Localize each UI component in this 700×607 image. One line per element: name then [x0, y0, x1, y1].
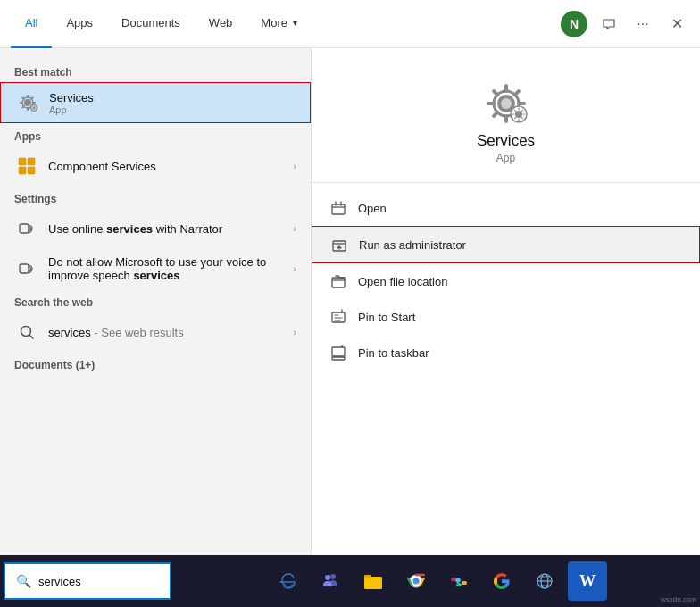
pin-taskbar-action[interactable]: Pin to taskbar [312, 335, 700, 370]
search-icon [14, 320, 39, 345]
taskbar: 🔍 services [0, 555, 700, 607]
tab-all[interactable]: All [11, 0, 52, 48]
web-search-text: services - See web results [48, 326, 293, 339]
web-search-item[interactable]: services - See web results › [0, 312, 311, 352]
tab-documents[interactable]: Documents [107, 0, 195, 48]
svg-rect-5 [28, 158, 35, 165]
edge-icon[interactable] [268, 561, 307, 601]
svg-point-3 [33, 107, 36, 110]
svg-rect-6 [19, 167, 26, 174]
watermark: wsxdn.com [661, 595, 696, 603]
best-match-subtitle: App [49, 104, 296, 115]
feedback-icon[interactable] [596, 12, 621, 37]
chrome-icon[interactable] [396, 561, 436, 601]
run-admin-action[interactable]: Run as administrator [312, 226, 700, 263]
pin-start-action[interactable]: Pin to Start [312, 299, 700, 335]
best-match-label: Best match [0, 59, 311, 82]
open-action[interactable]: Open [312, 190, 700, 226]
app-detail-header: Services App [312, 48, 700, 183]
search-bar[interactable]: 🔍 services [4, 562, 171, 600]
narrator-text: Use online services with Narrator [48, 222, 293, 236]
left-panel: Best match Services App Apps [0, 48, 311, 555]
tab-apps[interactable]: Apps [52, 0, 107, 48]
tab-more[interactable]: More ▾ [246, 0, 312, 48]
open-icon [329, 199, 347, 217]
svg-rect-32 [455, 578, 461, 582]
top-bar: All Apps Documents Web More ▾ N ··· ✕ [0, 0, 700, 48]
more-options-icon[interactable]: ··· [630, 12, 655, 37]
word-icon[interactable]: W [568, 561, 607, 601]
action-list: Open Run as administrator [312, 183, 700, 378]
svg-rect-9 [20, 264, 29, 273]
narrator-icon [14, 216, 39, 241]
svg-point-24 [325, 575, 330, 580]
chevron-right-icon: › [293, 161, 296, 171]
pin-taskbar-icon [329, 344, 347, 362]
location-icon [329, 272, 347, 290]
svg-point-16 [515, 111, 522, 118]
teams-icon[interactable] [311, 561, 350, 601]
narrator-title: Use online services with Narrator [48, 222, 293, 236]
svg-rect-31 [456, 583, 462, 586]
chevron-right-icon-4: › [293, 327, 296, 337]
svg-rect-4 [19, 158, 26, 165]
top-tabs: All Apps Documents Web More ▾ [11, 0, 561, 48]
top-bar-right: N ··· ✕ [561, 11, 689, 37]
speech-icon [14, 256, 39, 281]
tab-web[interactable]: Web [195, 0, 247, 48]
services-icon [15, 90, 40, 115]
component-services-item[interactable]: Component Services › [0, 146, 311, 186]
documents-label: Documents (1+) [0, 352, 311, 375]
speech-title: Do not allow Microsoft to use your voice… [48, 255, 293, 282]
search-icon-taskbar: 🔍 [16, 574, 31, 588]
component-services-text: Component Services [48, 160, 293, 173]
speech-text: Do not allow Microsoft to use your voice… [48, 255, 293, 282]
best-match-text: Services App [49, 91, 296, 115]
svg-rect-33 [462, 581, 467, 585]
main-container: Best match Services App Apps [0, 48, 700, 555]
chevron-down-icon: ▾ [293, 18, 297, 28]
svg-rect-8 [20, 224, 29, 233]
app-icon-large [478, 75, 535, 132]
svg-point-13 [501, 98, 512, 109]
apps-label: Apps [0, 123, 311, 146]
right-panel: Services App Open [311, 48, 700, 555]
app-name: Services [477, 132, 535, 150]
app-type: App [496, 152, 515, 164]
admin-icon [330, 236, 348, 254]
best-match-title: Services [49, 91, 296, 104]
svg-point-28 [413, 578, 420, 585]
explorer-icon[interactable] [354, 561, 393, 601]
svg-line-11 [29, 335, 33, 338]
narrator-item[interactable]: Use online services with Narrator › [0, 209, 311, 248]
google-icon[interactable] [482, 561, 521, 601]
chevron-right-icon-2: › [293, 223, 296, 234]
svg-rect-22 [332, 357, 345, 360]
svg-rect-19 [332, 278, 345, 287]
svg-rect-26 [364, 575, 371, 578]
chevron-right-icon-3: › [293, 263, 296, 274]
taskbar-icons: W [179, 561, 696, 601]
open-location-action[interactable]: Open file location [312, 263, 700, 299]
close-icon[interactable]: ✕ [664, 12, 689, 37]
web-search-title: services - See web results [48, 326, 293, 339]
svg-rect-17 [332, 204, 345, 214]
pin-start-icon [329, 308, 347, 326]
search-text: services [38, 575, 81, 588]
best-match-item[interactable]: Services App [0, 82, 311, 123]
component-services-icon [14, 154, 39, 179]
svg-point-0 [24, 99, 31, 106]
settings-label: Settings [0, 186, 311, 209]
svg-rect-7 [28, 167, 35, 174]
speech-item[interactable]: Do not allow Microsoft to use your voice… [0, 248, 311, 289]
remote-desktop-icon[interactable] [525, 561, 564, 601]
avatar[interactable]: N [561, 11, 588, 37]
svg-rect-21 [332, 347, 345, 356]
web-label: Search the web [0, 289, 311, 312]
svg-point-23 [330, 574, 336, 579]
slack-icon[interactable] [439, 561, 479, 601]
